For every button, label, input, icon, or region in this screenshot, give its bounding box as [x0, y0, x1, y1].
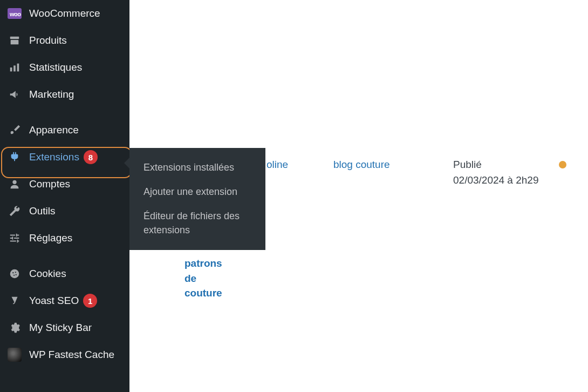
- sidebar-item-label: WooCommerce: [29, 8, 100, 19]
- svg-point-8: [15, 272, 16, 273]
- sidebar-item-comptes[interactable]: Comptes: [0, 171, 129, 198]
- sidebar-item-yoast-seo[interactable]: Yoast SEO 1: [0, 287, 129, 314]
- sidebar-item-wp-fastest-cache[interactable]: WP Fastest Cache: [0, 341, 129, 368]
- brush-icon: [8, 123, 22, 137]
- update-count-badge: 1: [83, 294, 97, 308]
- sidebar-item-label: Produits: [29, 35, 67, 46]
- svg-point-6: [10, 269, 19, 279]
- svg-point-10: [16, 274, 17, 275]
- update-count-badge: 8: [84, 150, 98, 164]
- chart-bar-icon: [8, 60, 22, 75]
- sidebar-item-extensions[interactable]: Extensions 8: [0, 144, 129, 171]
- user-icon: [8, 177, 22, 191]
- post-author-link[interactable]: oline: [266, 159, 288, 171]
- svg-rect-3: [13, 65, 16, 71]
- sidebar-item-reglages[interactable]: Réglages: [0, 225, 129, 252]
- sidebar-item-label: Comptes: [29, 178, 70, 190]
- svg-point-5: [12, 180, 16, 184]
- sliders-icon: [8, 231, 22, 245]
- sidebar-item-statistiques[interactable]: Statistiques: [0, 54, 129, 81]
- sidebar-item-label: Extensions: [29, 151, 79, 163]
- sidebar-item-label: Yoast SEO: [29, 295, 79, 307]
- sidebar-item-label: WP Fastest Cache: [29, 348, 114, 361]
- megaphone-icon: [8, 87, 22, 102]
- sidebar-item-apparence[interactable]: Apparence: [0, 117, 129, 144]
- wrench-icon: [8, 204, 22, 218]
- yoast-icon: [8, 294, 22, 308]
- post-title-link[interactable]: patrons de couture: [184, 256, 233, 301]
- sidebar-item-label: Apparence: [29, 124, 79, 136]
- sidebar-item-label: Statistiques: [29, 62, 82, 73]
- admin-sidebar: woo WooCommerce Produits Statistiques Ma…: [0, 0, 129, 392]
- content-area: oline blog couture Publié 02/03/2024 à 2…: [151, 0, 588, 392]
- svg-point-7: [12, 272, 13, 273]
- svg-rect-0: [10, 37, 19, 39]
- post-category-link[interactable]: blog couture: [333, 159, 390, 171]
- gear-icon: [8, 321, 22, 335]
- panther-icon: [8, 348, 22, 362]
- sidebar-item-label: Cookies: [29, 268, 66, 280]
- woocommerce-icon: woo: [8, 6, 22, 21]
- svg-rect-4: [17, 64, 19, 72]
- svg-rect-2: [10, 67, 12, 71]
- sidebar-item-produits[interactable]: Produits: [0, 27, 129, 54]
- sidebar-item-label: Réglages: [29, 232, 72, 244]
- published-date: 02/03/2024 à 2h29: [453, 174, 539, 186]
- sidebar-item-marketing[interactable]: Marketing: [0, 81, 129, 108]
- sidebar-item-woocommerce[interactable]: woo WooCommerce: [0, 0, 129, 27]
- sidebar-item-label: Outils: [29, 205, 56, 217]
- sidebar-item-cookies[interactable]: Cookies: [0, 260, 129, 287]
- plugin-icon: [8, 150, 22, 164]
- sidebar-item-my-sticky-bar[interactable]: My Sticky Bar: [0, 314, 129, 341]
- sidebar-item-label: My Sticky Bar: [29, 322, 92, 334]
- status-indicator: [559, 161, 566, 168]
- archive-icon: [8, 33, 22, 48]
- published-label: Publié: [453, 159, 482, 171]
- sidebar-item-outils[interactable]: Outils: [0, 198, 129, 225]
- svg-rect-1: [11, 40, 19, 44]
- sidebar-item-label: Marketing: [29, 89, 74, 100]
- cookie-icon: [8, 267, 22, 281]
- svg-point-9: [13, 275, 15, 276]
